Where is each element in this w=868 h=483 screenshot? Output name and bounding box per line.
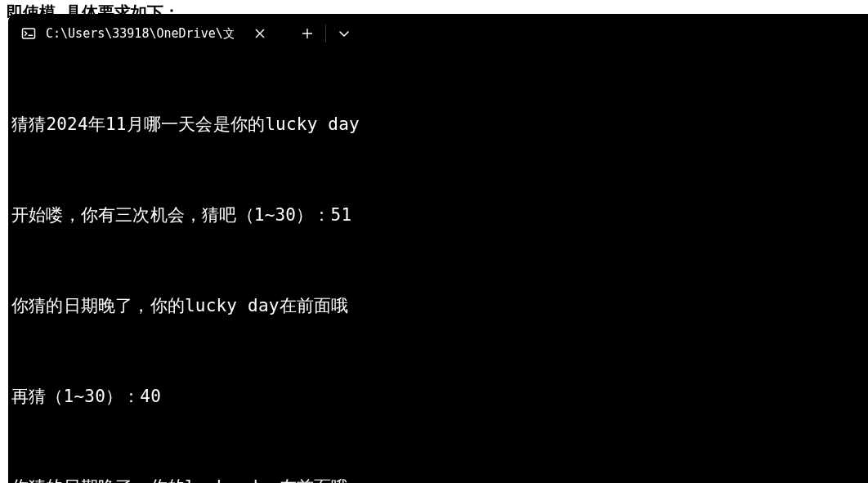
terminal-window: C:\Users\33918\OneDrive\文档 [8,14,868,483]
titlebar-actions [281,14,362,53]
svg-rect-0 [23,29,35,38]
terminal-tab[interactable]: C:\Users\33918\OneDrive\文档 [8,14,281,53]
tab-dropdown-button[interactable] [326,14,362,53]
terminal-app-icon [21,26,36,41]
window-titlebar: C:\Users\33918\OneDrive\文档 [8,14,868,53]
tab-close-button[interactable] [250,24,270,43]
output-line: 你猜的日期晚了，你的lucky day在前面哦 [11,476,865,483]
output-line: 你猜的日期晚了，你的lucky day在前面哦 [11,294,865,317]
tab-title: C:\Users\33918\OneDrive\文档 [46,26,234,42]
output-line: 开始喽，你有三次机会，猜吧（1~30）：51 [11,203,865,226]
output-line: 再猜（1~30）：40 [11,385,865,408]
new-tab-button[interactable] [289,14,325,53]
terminal-output[interactable]: 猜猜2024年11月哪一天会是你的lucky day 开始喽，你有三次机会，猜吧… [8,53,868,483]
output-line: 猜猜2024年11月哪一天会是你的lucky day [11,113,865,136]
